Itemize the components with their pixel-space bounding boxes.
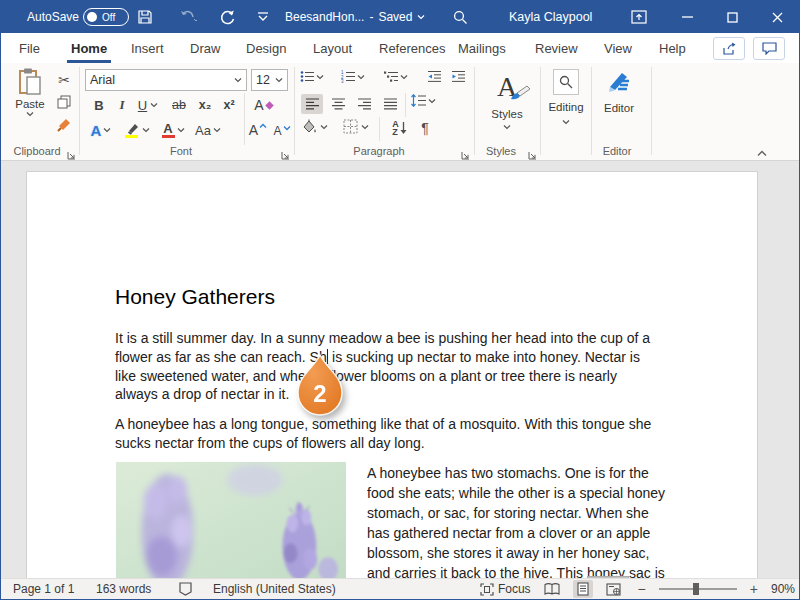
ribbon-display-options-icon[interactable] [617,1,661,33]
web-layout-button[interactable] [602,580,625,598]
highlight-button[interactable] [121,119,153,141]
save-icon[interactable] [137,1,153,33]
proofing-status-icon[interactable] [179,579,192,599]
tab-home[interactable]: Home [69,33,109,63]
lavender-photo[interactable] [115,462,347,578]
chevron-down-icon [275,76,283,84]
subscript-button[interactable]: x₂ [194,95,216,115]
font-size-value: 12 [256,73,275,87]
zoom-out-button[interactable]: − [634,580,650,598]
paragraph-dialog-launcher[interactable] [461,146,472,157]
chevron-down-icon [177,126,185,134]
tab-help[interactable]: Help [657,33,688,63]
sort-button[interactable]: A Z [387,118,413,138]
tab-insert[interactable]: Insert [129,33,166,63]
customize-qat-icon[interactable] [257,1,269,33]
pilcrow-button[interactable]: ¶ [415,118,435,138]
print-layout-button[interactable] [573,580,593,598]
numbering-button[interactable]: 123 [341,70,365,83]
styles-button[interactable]: A Styles [479,69,535,131]
editor-button[interactable]: Editor [595,69,643,114]
shrink-font-button[interactable]: A [271,121,293,141]
account-user-name[interactable]: Kayla Claypool [509,1,592,33]
tab-references[interactable]: References [377,33,447,63]
share-button[interactable] [713,37,745,60]
superscript-button[interactable]: x² [218,95,240,115]
bullets-button[interactable] [300,70,324,83]
autosave-state: Off [102,12,115,23]
decrease-indent-button[interactable] [427,70,442,83]
doc-paragraph-2[interactable]: A honeybee has a long tongue, something … [115,415,651,453]
minimize-button[interactable] [665,1,709,33]
maximize-button[interactable] [710,1,754,33]
copy-icon[interactable] [54,93,74,111]
align-right-button[interactable] [353,94,375,114]
tab-design[interactable]: Design [244,33,288,63]
focus-label: Focus [498,582,531,596]
tab-review[interactable]: Review [533,33,580,63]
borders-button[interactable] [343,119,369,134]
text-effects-button[interactable]: A [87,119,115,141]
align-center-button[interactable] [327,94,349,114]
styles-dialog-launcher[interactable] [528,146,539,157]
chevron-down-icon [103,126,111,134]
page-indicator[interactable]: Page 1 of 1 [13,579,74,599]
font-name-select[interactable]: Arial [85,69,247,91]
font-dialog-launcher[interactable] [281,146,292,157]
tab-draw[interactable]: Draw [188,33,222,63]
editing-button[interactable]: Editing [543,69,589,126]
paste-button[interactable]: Paste [9,68,51,118]
undo-icon[interactable] [179,1,197,33]
bold-button[interactable]: B [89,95,109,115]
doc-heading[interactable]: Honey Gatherers [115,285,275,309]
clipboard-dialog-launcher[interactable] [67,146,78,157]
zoom-level[interactable]: 90% [771,582,795,596]
doc-paragraph-3[interactable]: A honeybee has two stomachs. One is for … [367,463,665,583]
doc-paragraph-1[interactable]: It is a still summer day. In a sunny mea… [115,329,650,404]
document-page[interactable]: Honey Gatherers It is a still summer day… [26,171,758,578]
tab-mailings[interactable]: Mailings [456,33,508,63]
redo-icon[interactable] [219,1,236,33]
change-case-button[interactable]: Aa [193,119,223,141]
zoom-slider[interactable] [659,588,737,590]
underline-button[interactable]: U [133,95,163,115]
multilevel-list-button[interactable] [384,70,408,83]
title-separator: - [369,10,373,24]
read-mode-button[interactable] [540,580,564,598]
font-size-select[interactable]: 12 [251,69,288,91]
cut-icon[interactable]: ✂ [54,71,74,89]
divider [379,117,380,141]
close-button[interactable] [755,1,799,33]
font-color-button[interactable]: A [158,119,188,141]
focus-button[interactable]: Focus [480,579,531,599]
language-indicator[interactable]: English (United States) [213,579,336,599]
zoom-in-button[interactable]: + [746,580,762,598]
tab-layout[interactable]: Layout [311,33,354,63]
zoom-slider-thumb[interactable] [693,583,699,595]
tab-view[interactable]: View [602,33,634,63]
italic-button[interactable]: I [113,95,131,115]
word-count[interactable]: 163 words [96,579,151,599]
increase-indent-button[interactable] [451,70,466,83]
shading-button[interactable] [301,119,328,134]
chevron-down-icon [503,123,511,131]
grow-font-button[interactable]: A [247,119,269,141]
comments-button[interactable] [753,37,785,60]
line-spacing-button[interactable] [411,94,436,107]
document-title[interactable]: BeesandHon... - Saved [285,1,425,33]
eraser-icon [265,101,274,110]
underline-label: U [138,98,147,113]
justify-button[interactable] [379,94,401,114]
chevron-down-icon [320,123,328,131]
tab-file[interactable]: File [17,33,42,63]
collapse-ribbon-button[interactable] [753,147,771,159]
clear-formatting-button[interactable]: A [251,95,277,115]
autosave-toggle[interactable]: Off [83,1,129,33]
align-left-button[interactable] [301,94,323,114]
strikethrough-button[interactable]: ab [167,95,191,115]
search-icon[interactable] [453,1,468,33]
p1-line2b: is sucking up nectar to make into honey.… [328,349,640,365]
format-painter-icon[interactable] [54,115,74,133]
line-spacing-icon [411,94,426,107]
clear-formatting-letter: A [254,97,263,113]
